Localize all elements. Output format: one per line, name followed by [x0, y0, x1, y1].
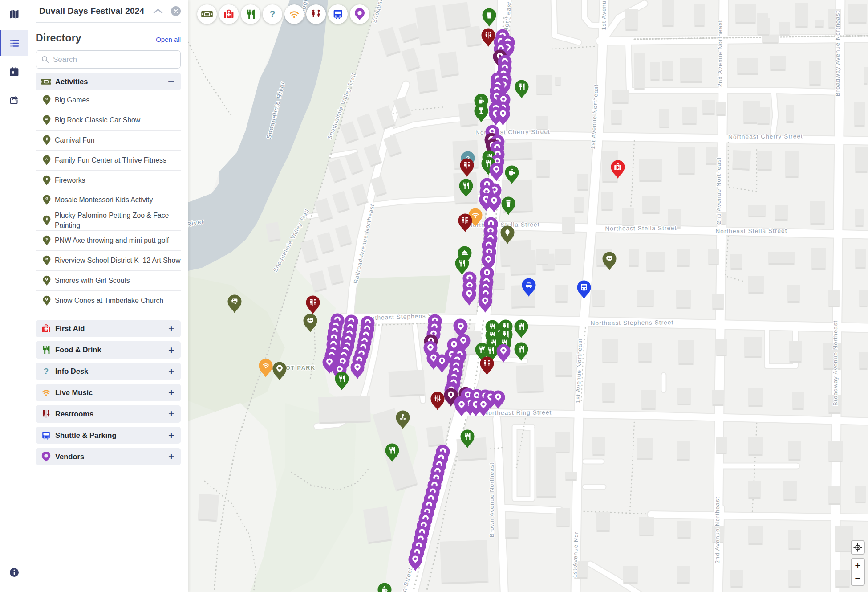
- svg-text:Northeast Stella Street: Northeast Stella Street: [605, 225, 677, 232]
- svg-text:1st Avenue: 1st Avenue: [600, 0, 607, 30]
- svg-text:Broadway Avenue Northeast: Broadway Avenue Northeast: [832, 320, 839, 406]
- svg-text:Brown Avenue Northeast: Brown Avenue Northeast: [488, 462, 495, 537]
- svg-text:Northeast Cherry Street: Northeast Cherry Street: [728, 133, 803, 140]
- svg-text:Northeast Stella Street: Northeast Stella Street: [715, 227, 787, 234]
- svg-text:2nd Avenue Northeast: 2nd Avenue Northeast: [717, 20, 723, 87]
- svg-text:Broadway Avenue Northeast: Broadway Avenue Northeast: [834, 11, 841, 96]
- svg-text:?: ?: [43, 367, 48, 376]
- svg-text:2nd Avenue Northeast: 2nd Avenue Northeast: [715, 157, 722, 224]
- svg-text:?: ?: [270, 9, 276, 20]
- svg-text:2nd Avenue Northeast: 2nd Avenue Northeast: [714, 497, 721, 563]
- svg-text:Northeast Ring Street: Northeast Ring Street: [483, 409, 552, 416]
- svg-text:Northeast Stephens Street: Northeast Stephens Street: [591, 319, 674, 327]
